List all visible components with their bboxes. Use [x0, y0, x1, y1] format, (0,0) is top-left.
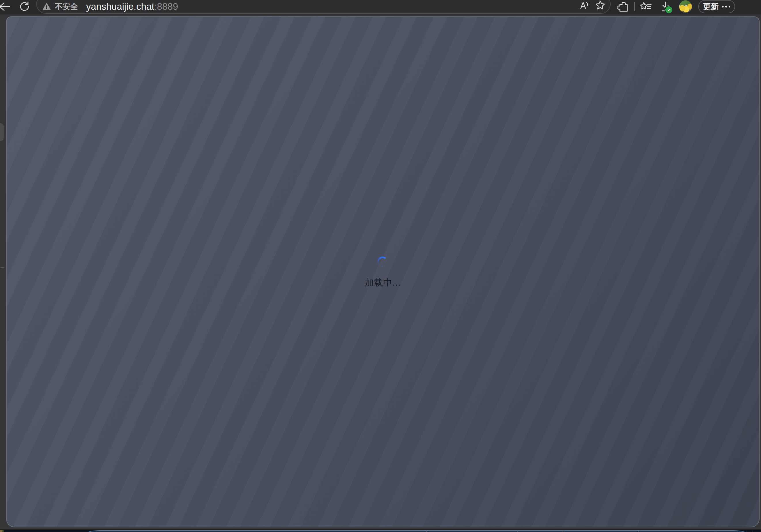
- security-label[interactable]: 不安全: [55, 1, 78, 12]
- desktop-speck: [638, 531, 639, 531]
- browser-toolbar: 不安全 yanshuaijie.chat:8889: [0, 0, 761, 14]
- favorites-star-icon: [639, 1, 652, 13]
- extensions-button[interactable]: [617, 1, 629, 13]
- read-aloud-icon: [579, 0, 589, 10]
- more-menu-icon: [722, 6, 731, 8]
- loading-text: 加载中...: [365, 277, 401, 289]
- page-content: 加载中...: [6, 17, 760, 527]
- refresh-button[interactable]: [18, 0, 31, 13]
- update-label: 更新: [703, 1, 719, 12]
- check-icon: [667, 8, 671, 12]
- window-edge-tick: [1, 267, 4, 268]
- star-icon: [595, 0, 606, 11]
- favorite-button[interactable]: [595, 0, 606, 11]
- not-secure-warning-icon: [43, 3, 51, 10]
- downloads-button[interactable]: [659, 0, 672, 14]
- url-text[interactable]: yanshuaijie.chat:8889: [86, 1, 178, 12]
- desktop-strip: [0, 530, 761, 532]
- puzzle-icon: [617, 1, 629, 13]
- screen: { "browser": { "toolbar": { "security_la…: [0, 0, 761, 532]
- toolbar-divider: [634, 2, 635, 11]
- refresh-icon: [19, 1, 30, 13]
- desktop-speck: [562, 531, 563, 531]
- address-bar[interactable]: 不安全 yanshuaijie.chat:8889: [36, 0, 611, 14]
- download-complete-badge: [665, 6, 673, 14]
- favorites-bar-button[interactable]: [639, 1, 653, 13]
- back-arrow-icon: [0, 1, 11, 13]
- read-aloud-button[interactable]: [578, 0, 590, 11]
- desktop-speck: [426, 531, 427, 531]
- profile-avatar[interactable]: [679, 0, 692, 13]
- sidebar-handle[interactable]: [0, 123, 4, 141]
- desktop-speck: [752, 531, 753, 531]
- url-port: :8889: [154, 1, 178, 12]
- address-bar-actions: [578, 0, 606, 11]
- background-window-edge: [85, 530, 748, 532]
- loading-spinner-icon: [376, 255, 389, 269]
- update-menu-button[interactable]: 更新: [698, 0, 735, 13]
- url-host: yanshuaijie.chat: [86, 1, 154, 12]
- desktop-speck: [714, 531, 716, 531]
- back-button[interactable]: [0, 0, 11, 13]
- loading-indicator: 加载中...: [365, 255, 401, 289]
- wallpaper-fragment: [0, 530, 4, 532]
- desktop-speck: [517, 531, 518, 531]
